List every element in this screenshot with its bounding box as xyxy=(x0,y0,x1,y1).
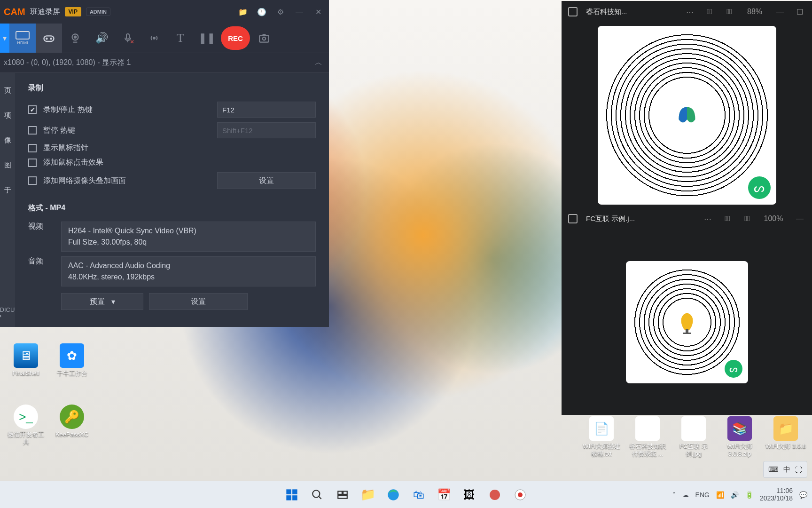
bandicam-taskbar-icon[interactable] xyxy=(510,484,531,505)
desktop-icon-wifi-zip[interactable]: 📚 WIFI大师 3.0.8.zip xyxy=(718,416,761,457)
desktop-icon-wifi-folder[interactable]: 📁 WIFI大师 3.0.8 xyxy=(765,416,807,450)
icon-label: FC互联 示例.jpg xyxy=(672,443,715,457)
chk-pause-hotkey[interactable] xyxy=(28,126,37,135)
pv1-more-icon[interactable]: ⋯ xyxy=(684,8,695,16)
history-icon[interactable]: 🕘 xyxy=(255,5,269,19)
mode-game[interactable] xyxy=(36,24,62,53)
sidebar-tab-0[interactable]: 页 xyxy=(4,86,11,95)
pv1-maximize-icon[interactable]: ☐ xyxy=(794,8,805,16)
broadcast-icon[interactable] xyxy=(141,24,167,53)
wifi-icon[interactable]: 📶 xyxy=(716,491,724,499)
webcam-icon[interactable] xyxy=(62,24,88,53)
capture-area-info[interactable]: x1080 - (0, 0), (1920, 1080) - 显示器 1 ︿ xyxy=(0,53,329,73)
minimize-icon[interactable]: — xyxy=(292,5,306,19)
pv2-zoom-in-icon[interactable]: ＋⃝ xyxy=(742,214,753,223)
sidebar-tab-2[interactable]: 像 xyxy=(4,136,11,145)
calendar-icon[interactable]: 📅 xyxy=(434,484,454,505)
app-pinned-1[interactable] xyxy=(484,484,505,505)
open-folder-icon[interactable]: 📁 xyxy=(236,5,250,19)
desktop-icon-fclian[interactable]: 🖼 FC互联 示例.jpg xyxy=(672,416,715,457)
desktop-icon-keepass[interactable]: 🔑 KeePassXC xyxy=(51,405,93,438)
section-record-heading: 录制 xyxy=(28,83,316,93)
bandicam-sidebar: 页 项 像 图 于 JDICUT ↗ xyxy=(0,73,15,327)
clock[interactable]: 11:06 2023/10/18 xyxy=(760,487,793,502)
ime-keyboard-icon[interactable]: ⌨ xyxy=(768,465,779,474)
start-button[interactable] xyxy=(281,484,302,505)
edge-icon[interactable] xyxy=(383,484,404,505)
desktop-icon-wxdev[interactable]: >_ 微信开发者工具 xyxy=(5,405,47,445)
video-codec-info: H264 - Intel® Quick Sync Video (VBR) Ful… xyxy=(61,222,316,252)
date-text: 2023/10/18 xyxy=(760,495,793,502)
pv1-canvas[interactable]: ᔕ xyxy=(562,23,812,208)
pv2-zoom-out-icon[interactable]: －⃝ xyxy=(722,214,733,223)
language-icon[interactable]: ENG xyxy=(695,491,710,499)
pv2-filename: FC互联 示例.j... xyxy=(586,214,635,223)
chk-record-hotkey[interactable] xyxy=(28,105,37,114)
tray-chevron-icon[interactable]: ˄ xyxy=(672,491,676,499)
pv2-more-icon[interactable]: ⋯ xyxy=(702,214,713,223)
text-overlay-icon[interactable]: T xyxy=(167,24,194,53)
mode-hdmi[interactable]: HDMI xyxy=(9,24,36,53)
desktop-icon-wifi-tutorial[interactable]: 📄 WIFI大师搭建教程.txt xyxy=(580,416,623,457)
bandicam-app-name: 班迪录屏 xyxy=(30,7,60,17)
desktop-icon-ruishi[interactable]: 🖼 睿石科技知识付费系统 ... xyxy=(626,416,669,457)
icon-label: WIFI大师 3.0.8.zip xyxy=(718,443,761,457)
pv2-titlebar[interactable]: FC互联 示例.j... ⋯ －⃝ ＋⃝ 100% — xyxy=(562,208,812,230)
battery-icon[interactable]: 🔋 xyxy=(745,491,753,499)
svg-rect-5 xyxy=(126,34,129,39)
chevron-up-icon[interactable]: ︿ xyxy=(315,58,322,68)
settings-cog-icon[interactable]: ⚙ xyxy=(273,5,288,19)
sidebar-tab-1[interactable]: 项 xyxy=(4,111,11,120)
pv1-zoom-out-icon[interactable]: －⃝ xyxy=(704,8,715,16)
record-button[interactable]: REC xyxy=(221,26,250,50)
ime-lang-zh[interactable]: 中 xyxy=(783,465,790,474)
btn-format-settings[interactable]: 设置 xyxy=(149,293,248,310)
icon-label: 微信开发者工具 xyxy=(5,431,47,445)
svg-point-4 xyxy=(74,36,76,38)
chk-webcam-overlay[interactable] xyxy=(28,176,37,185)
bandicam-titlebar[interactable]: CAM 班迪录屏 VIP ADMIN 📁 🕘 ⚙ — ✕ xyxy=(0,0,329,24)
task-view-icon[interactable] xyxy=(332,484,353,505)
mode-dropdown-handle[interactable]: ▾ xyxy=(0,24,9,53)
onedrive-icon[interactable]: ☁ xyxy=(682,491,689,499)
section-format-heading: 格式 - MP4 xyxy=(28,203,316,213)
close-icon[interactable]: ✕ xyxy=(311,5,325,19)
pv1-minimize-icon[interactable]: — xyxy=(774,8,786,16)
search-icon[interactable] xyxy=(307,484,328,505)
pv1-titlebar[interactable]: 睿石科技知... ⋯ －⃝ ＋⃝ 88% — ☐ xyxy=(562,1,812,23)
chk-click-fx[interactable] xyxy=(28,159,37,167)
explorer-icon[interactable]: 📁 xyxy=(358,484,378,505)
notifications-icon[interactable]: 💬 xyxy=(799,491,807,499)
svg-rect-14 xyxy=(292,495,297,500)
input-record-hotkey[interactable]: F12 xyxy=(217,102,316,118)
miniprogram-badge-icon: ᔕ xyxy=(725,360,742,378)
chk-show-cursor[interactable] xyxy=(28,144,37,152)
sidebar-tab-3[interactable]: 图 xyxy=(4,161,11,170)
pv2-canvas[interactable]: ᔕ xyxy=(562,230,812,415)
taskbar: 📁 🛍 📅 🖼 ˄ ☁ ENG 📶 🔊 🔋 11:06 2023/10/18 💬 xyxy=(0,481,812,508)
pause-icon[interactable]: ❚❚ xyxy=(194,24,220,53)
ime-tray: ⌨ 中 ⛶ xyxy=(763,461,807,478)
preset-dropdown[interactable]: 预置 ▾ xyxy=(61,293,143,310)
screenshot-icon[interactable] xyxy=(251,24,277,53)
icon-label: FinalShell xyxy=(12,370,39,377)
pv2-minimize-icon[interactable]: — xyxy=(794,214,805,223)
speaker-icon[interactable]: 🔊 xyxy=(88,24,115,53)
store-icon[interactable]: 🛍 xyxy=(408,484,429,505)
mic-mute-icon[interactable]: ✕ xyxy=(115,24,141,53)
desktop-icon-finalshell[interactable]: 🖥 FinalShell xyxy=(5,343,47,377)
sidebar-tab-4[interactable]: 于 xyxy=(4,186,11,195)
audio-line1: AAC - Advanced Audio Coding xyxy=(68,262,309,270)
volume-icon[interactable]: 🔊 xyxy=(731,491,739,499)
svg-rect-0 xyxy=(44,36,54,41)
svg-point-8 xyxy=(263,37,266,40)
lbl-show-cursor: 显示鼠标指针 xyxy=(43,143,88,153)
video-line1: H264 - Intel® Quick Sync Video (VBR) xyxy=(68,227,309,235)
ime-layout-icon[interactable]: ⛶ xyxy=(795,466,802,474)
svg-point-1 xyxy=(46,38,47,39)
btn-webcam-settings[interactable]: 设置 xyxy=(217,172,316,189)
photo-viewer-1: 睿石科技知... ⋯ －⃝ ＋⃝ 88% — ☐ ᔕ xyxy=(562,1,812,208)
desktop-icon-qianniu[interactable]: ✿ 千牛工作台 xyxy=(51,343,93,377)
photos-icon[interactable]: 🖼 xyxy=(459,484,480,505)
pv1-zoom-in-icon[interactable]: ＋⃝ xyxy=(724,8,735,16)
